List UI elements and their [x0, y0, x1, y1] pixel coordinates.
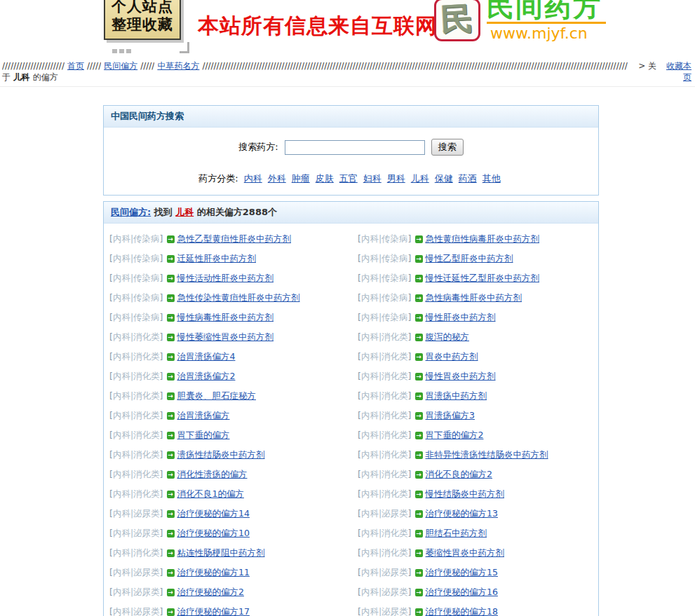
category-tag: [内科|传染病]	[358, 233, 412, 244]
remedy-link[interactable]: 胃炎中药方剂	[426, 351, 478, 362]
site-badge-logo: 个人站点 整理收藏	[104, 0, 181, 40]
remedy-link[interactable]: 消化不良1的偏方	[177, 488, 244, 499]
remedy-link[interactable]: 胃下垂的偏方2	[426, 430, 484, 440]
category-tag: [内科|传染病]	[109, 292, 163, 303]
list-item: [内科|消化类]→胆囊炎、胆石症秘方	[109, 386, 358, 406]
category-link-皮肤[interactable]: 皮肤	[316, 173, 334, 184]
green-arrow-icon: →	[167, 353, 175, 361]
remedy-link[interactable]: 胆结石中药方剂	[426, 528, 487, 538]
category-link-保健[interactable]: 保健	[435, 173, 453, 184]
remedy-link[interactable]: 慢性结肠炎中药方剂	[426, 488, 505, 499]
remedy-link[interactable]: 急性病毒性肝炎中药方剂	[426, 292, 522, 303]
category-tag: [内科|消化类]	[109, 371, 163, 381]
list-item: [内科|泌尿类]→治疗便秘的偏方10	[109, 523, 358, 543]
list-item: [内科|消化类]→消化不良1的偏方	[109, 484, 358, 504]
category-tag: [内科|消化类]	[109, 488, 163, 499]
green-arrow-icon: →	[415, 314, 423, 322]
green-arrow-icon: →	[167, 471, 175, 479]
category-link-五官[interactable]: 五官	[339, 173, 358, 184]
category-tag: [内科|泌尿类]	[109, 606, 163, 616]
remedy-link[interactable]: 胆囊炎、胆石症秘方	[177, 390, 257, 401]
list-item: [内科|消化类]→治胃溃疡偏方	[109, 406, 358, 425]
category-tag: [内科|消化类]	[358, 371, 412, 381]
green-arrow-icon: →	[167, 255, 175, 263]
remedy-link[interactable]: 治疗便秘的偏方13	[426, 508, 498, 519]
remedy-link[interactable]: 消化性溃疡的偏方	[177, 469, 248, 479]
remedy-link[interactable]: 治胃溃疡偏方2	[177, 371, 236, 381]
category-tag: [内科|消化类]	[109, 430, 163, 440]
category-link-妇科[interactable]: 妇科	[363, 173, 382, 184]
green-arrow-icon: →	[167, 392, 175, 400]
breadcrumb-line2: 于 儿科 的偏方 页	[2, 72, 691, 83]
green-arrow-icon: →	[415, 530, 423, 538]
nav-link-folk-remedies[interactable]: 民间偏方	[101, 61, 140, 71]
remedy-link[interactable]: 萎缩性胃炎中药方剂	[426, 547, 505, 558]
category-link-内科[interactable]: 内科	[244, 173, 262, 184]
results-count: 2888	[243, 207, 268, 217]
remedy-link[interactable]: 急性黄疸性病毒肝炎中药方剂	[426, 233, 540, 244]
category-link-其他[interactable]: 其他	[483, 173, 501, 184]
green-arrow-icon: →	[415, 471, 423, 479]
search-input[interactable]	[285, 140, 425, 155]
remedy-link[interactable]: 慢性迁延性乙型肝炎中药方剂	[426, 273, 540, 283]
remedy-link[interactable]: 溃疡性结肠炎中药方剂	[177, 449, 265, 460]
green-arrow-icon: →	[415, 255, 423, 263]
remedy-link[interactable]: 治疗便秘的偏方2	[177, 587, 244, 597]
bookmark-page-link[interactable]: 收藏本	[666, 61, 691, 71]
remedy-link[interactable]: 胃溃疡偏方3	[426, 410, 475, 420]
remedy-link[interactable]: 慢性活动性肝炎中药方剂	[177, 273, 274, 283]
remedy-link[interactable]: 非特异性溃疡性结肠炎中药方剂	[426, 449, 548, 460]
remedy-link[interactable]: 胃溃疡中药方剂	[426, 390, 487, 401]
list-item: [内科|消化类]→胆结石中药方剂	[358, 523, 598, 543]
remedy-link[interactable]: 急性传染性黄疸性肝炎中药方剂	[177, 292, 300, 303]
remedy-link[interactable]: 胃下垂的偏方	[177, 430, 230, 440]
search-panel: 中国民间药方搜索 搜索药方: 搜索 药方分类: 内科外科肿瘤皮肤五官妇科男科儿科…	[103, 105, 599, 196]
remedy-link[interactable]: 治疗便秘的偏方10	[177, 528, 250, 538]
green-arrow-icon: →	[167, 589, 175, 596]
green-arrow-icon: →	[167, 491, 175, 498]
remedy-link[interactable]: 慢性病毒性肝炎中药方剂	[177, 312, 274, 322]
remedy-link[interactable]: 慢性乙型肝炎中药方剂	[426, 253, 513, 263]
remedy-link[interactable]: 粘连性肠梗阻中药方剂	[177, 547, 265, 558]
remedy-link[interactable]: 治疗便秘的偏方15	[426, 567, 498, 577]
remedy-link[interactable]: 治疗便秘的偏方17	[177, 606, 250, 616]
search-button[interactable]: 搜索	[431, 139, 464, 156]
green-arrow-icon: →	[415, 451, 423, 459]
remedy-link[interactable]: 迁延性肝炎中药方剂	[177, 253, 257, 263]
main-content: 中国民间药方搜索 搜索药方: 搜索 药方分类: 内科外科肿瘤皮肤五官妇科男科儿科…	[103, 105, 599, 616]
remedy-link[interactable]: 腹泻的秘方	[426, 331, 470, 342]
remedy-link[interactable]: 治疗便秘的偏方11	[177, 567, 250, 577]
list-item: [内科|传染病]→急性传染性黄疸性肝炎中药方剂	[109, 288, 358, 308]
results-header-link[interactable]: 民间偏方:	[111, 207, 151, 217]
bookmark-page-link-wrap[interactable]: 页	[683, 72, 691, 83]
category-link-药酒[interactable]: 药酒	[459, 173, 477, 184]
list-item: [内科|泌尿类]→治疗便秘的偏方15	[358, 563, 598, 582]
list-item: [内科|消化类]→腹泻的秘方	[358, 327, 598, 347]
remedy-link[interactable]: 慢性萎缩性胃炎中药方剂	[177, 331, 274, 342]
green-arrow-icon: →	[167, 334, 175, 341]
category-tag: [内科|消化类]	[358, 449, 412, 460]
category-link-肿瘤[interactable]: 肿瘤	[292, 173, 310, 184]
site-slogan: 本站所有信息来自互联网	[198, 12, 437, 41]
nav-link-herbal-formulas[interactable]: 中草药名方	[154, 61, 202, 71]
remedy-link[interactable]: 消化不良的偏方2	[426, 469, 492, 479]
category-link-外科[interactable]: 外科	[268, 173, 286, 184]
remedy-link[interactable]: 治胃溃疡偏方	[177, 410, 230, 420]
remedy-link[interactable]: 急性乙型黄疸性肝炎中药方剂	[177, 233, 292, 244]
remedy-link[interactable]: 治胃溃疡偏方4	[177, 351, 236, 362]
site-seal-icon: 民	[434, 0, 480, 41]
breadcrumb-current-part1: > 关	[635, 61, 656, 71]
list-item: [内科|消化类]→溃疡性结肠炎中药方剂	[109, 445, 358, 465]
search-panel-title: 中国民间药方搜索	[104, 106, 598, 128]
remedy-link[interactable]: 治疗便秘的偏方18	[426, 606, 498, 616]
remedy-link[interactable]: 治疗便秘的偏方16	[426, 587, 498, 597]
green-arrow-icon: →	[415, 569, 423, 577]
nav-link-home[interactable]: 首页	[65, 61, 87, 71]
green-arrow-icon: →	[415, 608, 423, 616]
remedy-link[interactable]: 慢性胃炎中药方剂	[426, 371, 496, 381]
category-link-男科[interactable]: 男科	[387, 173, 405, 184]
category-link-儿科[interactable]: 儿科	[411, 173, 429, 184]
remedy-link[interactable]: 慢性肝炎中药方剂	[426, 312, 496, 322]
nav-slashes-sep2: /////	[140, 61, 154, 71]
remedy-link[interactable]: 治疗便秘的偏方14	[177, 508, 250, 519]
